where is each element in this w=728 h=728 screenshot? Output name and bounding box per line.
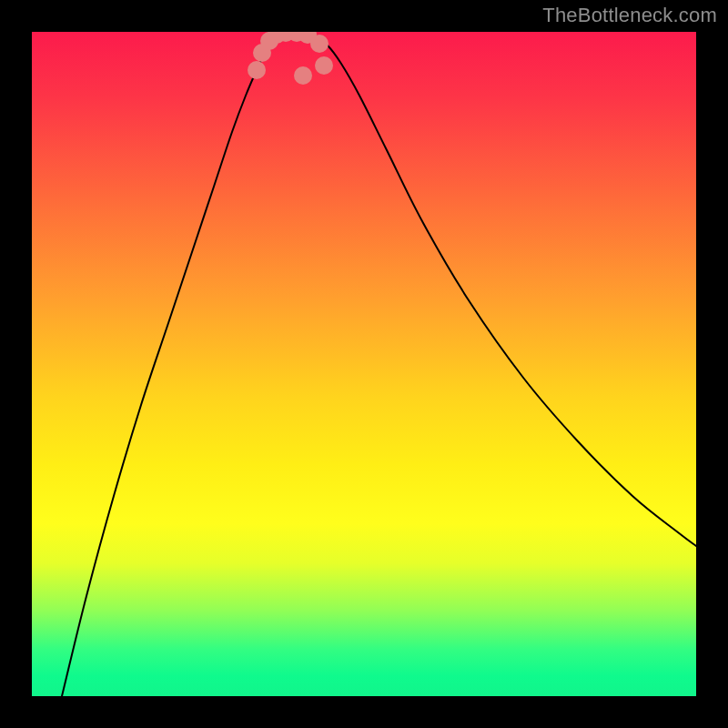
highlight-dot — [294, 66, 312, 85]
watermark-text: TheBottleneck.com — [542, 4, 717, 27]
highlight-dot — [310, 35, 329, 53]
bottleneck-curve — [62, 33, 696, 696]
highlight-dot — [315, 56, 333, 75]
chart-plot-area — [32, 32, 696, 696]
chart-frame: TheBottleneck.com — [0, 0, 728, 728]
chart-svg — [32, 32, 696, 696]
highlight-dot — [248, 61, 266, 79]
highlight-dot-group — [248, 32, 333, 85]
